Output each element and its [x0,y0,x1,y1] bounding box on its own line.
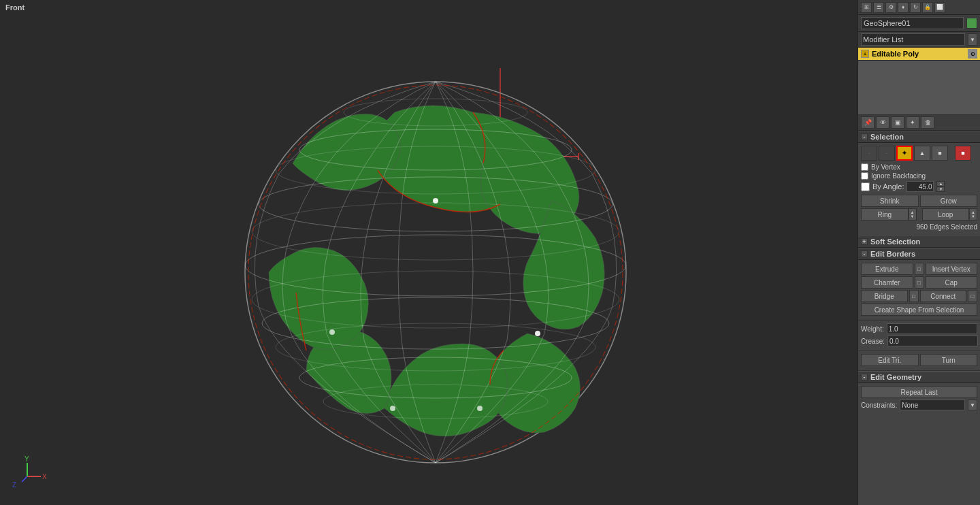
crease-row: Crease: ▲ ▼ [861,336,977,346]
ring-group: Ring ▲▼ [861,208,917,221]
by-vertex-checkbox[interactable] [861,163,868,171]
crease-field[interactable] [887,336,978,346]
constraints-dropdown[interactable]: None [900,400,965,410]
weight-row: Weight: ▲ ▼ [861,323,977,334]
modifier-dropdown-arrow[interactable]: ▼ [968,33,977,46]
toolbar-icon-6[interactable]: 🔒 [922,2,933,13]
svg-point-19 [329,329,335,335]
ignore-backfacing-row: Ignore Backfacing [861,172,977,180]
toolbar-icon-4[interactable]: ♦ [898,2,909,13]
turn-btn[interactable]: Turn [920,354,978,366]
toolbar-icon-2[interactable]: ☰ [873,2,884,13]
modifier-stack: + Editable Poly ⊙ [858,48,980,61]
soft-selection-header[interactable]: + Soft Selection [858,235,980,248]
object-name-row [858,15,980,32]
sub-obj-vertex-btn[interactable]: · [861,146,877,161]
svg-text:X: X [42,473,47,480]
edit-geometry-content: Repeat Last Constraints: None ▼ [858,383,980,413]
stack-remove-btn[interactable]: 🗑 [921,116,934,129]
right-panel: ⊞ ☰ ⚙ ♦ ↻ 🔒 ⬜ Modifier List ▼ + Editable… [858,0,980,505]
modifier-name: Editable Poly [872,50,919,58]
weight-field[interactable] [887,323,977,334]
modifier-row: Modifier List ▼ [858,32,980,48]
svg-text:Y: Y [24,455,29,463]
panel-toolbar: ⊞ ☰ ⚙ ♦ ↻ 🔒 ⬜ [858,0,980,15]
by-angle-up[interactable]: ▲ [936,181,945,186]
cap-btn[interactable]: Cap [926,276,978,289]
ignore-backfacing-checkbox[interactable] [861,172,868,180]
selection-section: · · ✦ ▲ ■ ■ By Vertex Ignore Backfacing … [858,143,980,235]
by-angle-label: By Angle: [872,182,904,191]
shrink-grow-row: Shrink Grow [861,195,977,207]
constraints-row: Constraints: None ▼ [861,400,977,410]
viewport[interactable]: Front [0,0,858,505]
sub-obj-element-btn[interactable]: ■ [955,146,971,161]
by-angle-value[interactable] [906,181,934,192]
stack-pin-btn[interactable]: 📌 [861,116,875,129]
constraints-arrow[interactable]: ▼ [968,400,977,410]
by-vertex-label: By Vertex [871,163,900,171]
by-vertex-row: By Vertex [861,163,977,171]
insert-vertex-btn[interactable]: Insert Vertex [926,263,978,275]
extrude-insert-row: Extrude □ Insert Vertex [861,263,977,275]
bridge-settings-btn[interactable]: □ [909,290,919,302]
connect-btn[interactable]: Connect [920,290,967,302]
edit-borders-content: Extrude □ Insert Vertex Chamfer □ Cap Br… [858,260,980,321]
sub-obj-poly-btn[interactable]: ■ [932,146,948,161]
stack-show-btn[interactable]: 👁 [876,116,889,129]
sub-obj-edge-btn[interactable]: ✦ [896,146,913,161]
stack-area [858,61,980,115]
object-color-box[interactable] [966,18,977,29]
toolbar-icon-5[interactable]: ↻ [910,2,921,13]
toolbar-icon-1[interactable]: ⊞ [861,2,872,13]
edit-borders-title: Edit Borders [870,250,915,258]
edges-selected: 960 Edges Selected [861,223,977,231]
object-name-field[interactable] [861,17,964,29]
selection-header[interactable]: - Selection [858,131,980,143]
edit-geometry-header[interactable]: - Edit Geometry [858,371,980,383]
toolbar-icon-3[interactable]: ⚙ [885,2,896,13]
connect-settings-btn[interactable]: □ [968,290,977,302]
bridge-btn[interactable]: Bridge [861,290,908,302]
create-shape-btn[interactable]: Create Shape From Selection [861,304,977,316]
shrink-btn[interactable]: Shrink [861,195,919,207]
stack-make-unique-btn[interactable]: ✦ [906,116,919,129]
weight-label: Weight: [861,325,884,333]
crease-label: Crease: [861,338,885,345]
soft-selection-title: Soft Selection [870,238,920,246]
by-angle-down[interactable]: ▼ [936,186,945,192]
edit-tri-btn[interactable]: Edit Tri. [861,354,919,366]
selection-toggle[interactable]: - [861,133,868,140]
chamfer-settings-btn[interactable]: □ [915,276,924,289]
sub-obj-border-btn[interactable]: ▲ [914,146,930,161]
edit-borders-header[interactable]: - Edit Borders [858,248,980,260]
sub-obj-edge-dot-btn[interactable]: · [879,146,895,161]
toolbar-icon-7[interactable]: ⬜ [934,2,945,13]
extrude-btn[interactable]: Extrude [861,263,913,275]
by-angle-checkbox[interactable] [861,182,870,191]
loop-spinner[interactable]: ▲▼ [969,208,977,221]
repeat-last-btn[interactable]: Repeat Last [861,386,977,398]
weight-crease-section: Weight: ▲ ▼ Crease: ▲ ▼ [858,321,980,351]
edit-borders-toggle[interactable]: - [861,250,868,257]
by-angle-spinner[interactable]: ▲ ▼ [936,181,945,192]
ring-spinner[interactable]: ▲▼ [909,208,917,221]
modifier-dropdown[interactable]: Modifier List [861,33,965,46]
ring-btn[interactable]: Ring [861,208,909,221]
editable-poly-item[interactable]: + Editable Poly ⊙ [858,48,980,60]
ring-loop-row: Ring ▲▼ Loop ▲▼ [861,208,977,221]
soft-selection-toggle[interactable]: + [861,238,868,245]
svg-point-20 [390,406,395,411]
sub-object-buttons: · · ✦ ▲ ■ ■ [861,146,977,161]
svg-point-21 [477,406,483,411]
edit-geometry-toggle[interactable]: - [861,374,868,380]
chamfer-btn[interactable]: Chamfer [861,276,913,289]
stack-show-final-btn[interactable]: ▣ [891,116,904,129]
modifier-settings-btn[interactable]: ⊙ [968,49,977,59]
edit-tri-turn-row: Edit Tri. Turn [861,354,977,366]
constraints-label: Constraints: [861,402,897,409]
grow-btn[interactable]: Grow [920,195,978,207]
extrude-settings-btn[interactable]: □ [915,263,924,275]
loop-group: Loop ▲▼ [922,208,978,221]
loop-btn[interactable]: Loop [922,208,970,221]
